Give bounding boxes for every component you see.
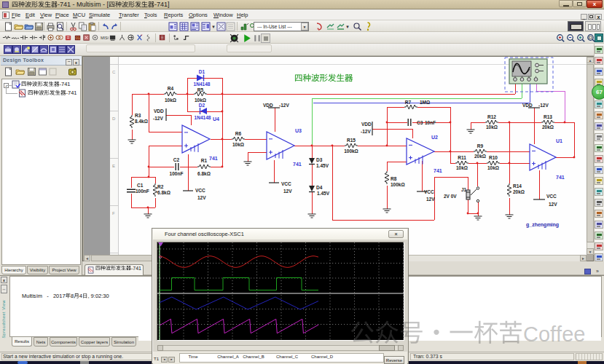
svg-text:741: 741 [293,162,302,167]
svg-text:100nF: 100nF [170,171,184,176]
svg-text:R12: R12 [487,114,496,119]
svg-text:R15: R15 [347,138,356,143]
svg-text:741: 741 [556,175,565,180]
svg-text:1N4148: 1N4148 [194,82,211,87]
svg-text:10kΩ: 10kΩ [486,124,498,130]
svg-text:VDD: VDD [263,103,273,108]
svg-text:1.45V: 1.45V [317,191,330,196]
svg-text:10kΩ: 10kΩ [232,142,244,147]
svg-text:-12V: -12V [153,116,163,121]
svg-text:R5: R5 [197,87,204,92]
svg-text:D2: D2 [199,103,205,108]
svg-text:R14: R14 [513,183,522,189]
svg-text:e: e [573,323,585,346]
svg-text:6.8kΩ: 6.8kΩ [157,190,170,195]
svg-text:R11: R11 [458,155,466,160]
svg-text:D4: D4 [316,185,323,190]
svg-text:10kΩ: 10kΩ [165,98,176,103]
svg-text:12V: 12V [549,202,557,207]
svg-text:10kΩ: 10kΩ [487,165,499,170]
svg-text:-12V: -12V [538,103,549,108]
svg-text:R4: R4 [168,86,174,91]
svg-text:R9: R9 [477,143,484,149]
svg-text:741: 741 [209,156,218,161]
svg-text:12V: 12V [426,197,435,202]
svg-text:D1: D1 [199,69,205,74]
svg-text:-12V: -12V [279,103,289,108]
svg-text:1.45V: 1.45V [316,163,329,168]
svg-text:1N4148: 1N4148 [195,115,211,120]
svg-text:VDD: VDD [154,108,164,114]
svg-text:R13: R13 [544,114,552,119]
svg-text:20kΩ: 20kΩ [474,154,486,159]
svg-text:100nF: 100nF [136,189,149,194]
svg-text:o: o [538,323,550,346]
svg-text:R6: R6 [235,131,242,136]
svg-text:R3: R3 [135,113,141,118]
svg-text:C: C [523,323,538,346]
svg-text:R8: R8 [391,176,397,181]
svg-text:-12V: -12V [361,129,371,134]
svg-text:20kΩ: 20kΩ [542,124,554,130]
svg-text:10nF: 10nF [425,120,436,125]
svg-text:8.4kΩ: 8.4kΩ [135,119,148,124]
svg-text:2V 0V: 2V 0V [444,194,457,199]
svg-text:g_zhengming: g_zhengming [526,222,559,228]
svg-text:C3: C3 [417,120,423,125]
svg-text:100kΩ: 100kΩ [344,149,358,154]
svg-text:12V: 12V [197,195,206,200]
svg-text:C2: C2 [173,157,180,162]
svg-text:741: 741 [434,168,442,173]
svg-text:12V: 12V [283,189,292,194]
svg-text:U3: U3 [295,128,302,133]
svg-text:C1: C1 [137,183,144,188]
svg-text:VCC: VCC [281,181,291,186]
svg-text:VDD: VDD [522,103,533,108]
svg-text:100kΩ: 100kΩ [391,182,405,187]
svg-text:R7: R7 [405,100,412,105]
svg-text:D3: D3 [316,157,323,162]
svg-text:VDD: VDD [361,122,372,127]
svg-text:1MΩ: 1MΩ [420,100,430,105]
svg-text:20kΩ: 20kΩ [513,189,525,194]
svg-text:10kΩ: 10kΩ [195,98,206,103]
svg-text:VCC: VCC [195,188,205,193]
svg-text:VCC: VCC [424,189,434,194]
svg-text:6.8kΩ: 6.8kΩ [197,171,211,176]
svg-text:U4: U4 [213,116,219,122]
svg-text:VCC: VCC [546,194,557,199]
svg-text:J1: J1 [461,187,467,192]
svg-text:R2: R2 [157,184,164,189]
svg-text:U2: U2 [431,135,438,140]
svg-text:e: e [562,323,573,346]
svg-text:R1: R1 [201,158,208,163]
svg-text:U1: U1 [556,138,562,143]
svg-text:10kΩ: 10kΩ [456,165,468,170]
svg-text:R10: R10 [489,155,498,160]
